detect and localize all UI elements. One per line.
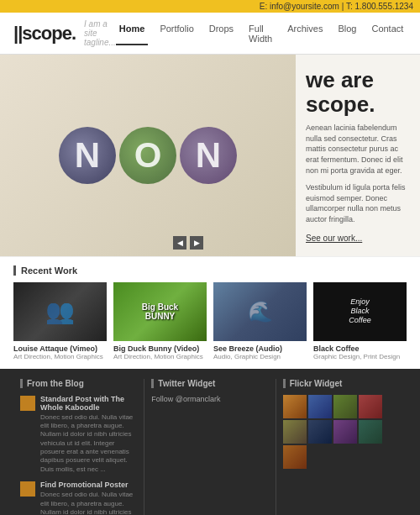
slide-controls: ◀ ▶ <box>173 236 203 250</box>
work-thumb-3: 🌊 <box>213 282 307 341</box>
hero-description: Aenean lacinia fabelendum nulla sed cons… <box>306 123 410 176</box>
flickr-thumb-8[interactable] <box>359 420 382 444</box>
twitter-column-title: Twitter Widget <box>151 379 268 388</box>
nav-fullwidth[interactable]: Full Width <box>245 22 276 45</box>
work-thumb-1: 👥 <box>13 282 107 341</box>
work-item-3[interactable]: 🌊 See Breeze (Audio) Audio, Graphic Desi… <box>213 282 307 360</box>
hero-section: N O N ◀ ▶ we are scope. Aenean lacinia f… <box>0 55 420 256</box>
hero-title: we are scope. <box>306 68 410 116</box>
work-title-2: Big Duck Bunny (Video) <box>113 344 207 353</box>
blog-column-title: From the Blog <box>20 379 137 388</box>
flickr-grid <box>283 395 400 469</box>
tagline: I am a site tagline... <box>84 19 116 47</box>
blog-icon-1 <box>20 396 35 411</box>
work-item-1[interactable]: 👥 Louise Attaque (Vimeo) Art Direction, … <box>13 282 107 360</box>
nav-archives[interactable]: Archives <box>284 22 326 45</box>
work-subtitle-4: Graphic Design, Print Design <box>313 353 407 360</box>
flickr-title-label: Flickr Widget <box>290 379 343 388</box>
work-subtitle-1: Art Direction, Motion Graphics <box>13 353 107 360</box>
letter-n2: N <box>180 127 237 184</box>
logo-name: scope. <box>22 23 76 44</box>
work-item-2[interactable]: Big BuckBUNNY Big Duck Bunny (Video) Art… <box>113 282 207 360</box>
flickr-column: Flickr Widget <box>276 379 407 515</box>
blog-item-2-content: Find Promotional Poster Donec sed odio d… <box>40 481 137 515</box>
flickr-thumb-5[interactable] <box>283 420 307 444</box>
header: ||scope. I am a site tagline... Home Por… <box>0 13 420 55</box>
blog-item-1-desc: Donec sed odio dui. Nulla vitae elit lib… <box>40 413 137 475</box>
blog-item-1-title[interactable]: Standard Post with The Whole Kaboodle <box>40 395 137 412</box>
non-animation: N O N <box>59 127 237 184</box>
bunny-text: Big BuckBUNNY <box>142 302 178 321</box>
blog-title-label: From the Blog <box>27 379 84 388</box>
bottom-section: From the Blog Standard Post with The Who… <box>0 369 420 515</box>
letter-o: O <box>119 127 176 184</box>
blog-column: From the Blog Standard Post with The Who… <box>13 379 144 515</box>
recent-work-title: Recent Work <box>13 265 407 276</box>
people-icon: 👥 <box>45 297 75 325</box>
prev-slide[interactable]: ◀ <box>173 236 186 250</box>
hero-image: N O N ◀ ▶ <box>0 55 296 256</box>
work-grid: 👥 Louise Attaque (Vimeo) Art Direction, … <box>13 282 407 360</box>
blog-icon-2 <box>20 481 35 497</box>
logo: ||scope. <box>13 23 76 45</box>
blog-item-2-title[interactable]: Find Promotional Poster <box>40 481 137 489</box>
main-nav: Home Portfolio Drops Full Width Archives… <box>116 22 407 45</box>
twitter-column: Twitter Widget Follow @ormanclark <box>144 379 276 515</box>
work-title-1: Louise Attaque (Vimeo) <box>13 344 107 353</box>
blog-item-1: Standard Post with The Whole Kaboodle Do… <box>20 395 137 475</box>
work-title-4: Black Coffee <box>313 344 407 353</box>
flickr-thumb-9[interactable] <box>283 445 307 469</box>
flickr-thumb-6[interactable] <box>308 420 332 444</box>
sea-icon: 🌊 <box>248 300 273 323</box>
work-thumb-4: EnjoyBlackCoffee <box>313 282 407 341</box>
flickr-thumb-1[interactable] <box>283 395 307 418</box>
work-thumb-2: Big BuckBUNNY <box>113 282 207 341</box>
blog-item-2-desc: Donec sed odio dui. Nulla vitae elit lib… <box>40 491 137 515</box>
nav-home[interactable]: Home <box>116 22 149 45</box>
twitter-title-label: Twitter Widget <box>158 379 215 388</box>
nav-portfolio[interactable]: Portfolio <box>156 22 197 45</box>
hero-cta-link[interactable]: See our work... <box>306 234 410 243</box>
next-slide[interactable]: ▶ <box>190 236 203 250</box>
blog-item-2: Find Promotional Poster Donec sed odio d… <box>20 481 137 515</box>
letter-n1: N <box>59 127 116 184</box>
flickr-thumb-4[interactable] <box>359 395 382 418</box>
contact-info: E: info@yoursite.com | T: 1.800.555.1234 <box>260 2 413 11</box>
recent-work-label: Recent Work <box>21 265 77 276</box>
logo-text: || <box>13 23 22 44</box>
work-item-4[interactable]: EnjoyBlackCoffee Black Coffee Graphic De… <box>313 282 407 360</box>
flickr-thumb-3[interactable] <box>333 395 357 418</box>
work-subtitle-2: Art Direction, Motion Graphics <box>113 353 207 360</box>
recent-work-section: Recent Work 👥 Louise Attaque (Vimeo) Art… <box>0 256 420 369</box>
blog-item-1-content: Standard Post with The Whole Kaboodle Do… <box>40 395 137 475</box>
flickr-thumb-2[interactable] <box>308 395 332 418</box>
work-subtitle-3: Audio, Graphic Design <box>213 353 307 360</box>
hero-description2: Vestibulum id ligula porta felis euismod… <box>306 182 410 224</box>
hero-text: we are scope. Aenean lacinia fabelendum … <box>296 55 420 256</box>
work-title-3: See Breeze (Audio) <box>213 344 307 353</box>
top-bar: E: info@yoursite.com | T: 1.800.555.1234 <box>0 0 420 13</box>
coffee-text: EnjoyBlackCoffee <box>349 297 371 324</box>
flickr-column-title: Flickr Widget <box>283 379 400 388</box>
nav-contact[interactable]: Contact <box>368 22 407 45</box>
nav-drops[interactable]: Drops <box>206 22 237 45</box>
twitter-handle[interactable]: Follow @ormanclark <box>151 395 268 403</box>
flickr-thumb-7[interactable] <box>333 420 357 444</box>
nav-blog[interactable]: Blog <box>334 22 360 45</box>
